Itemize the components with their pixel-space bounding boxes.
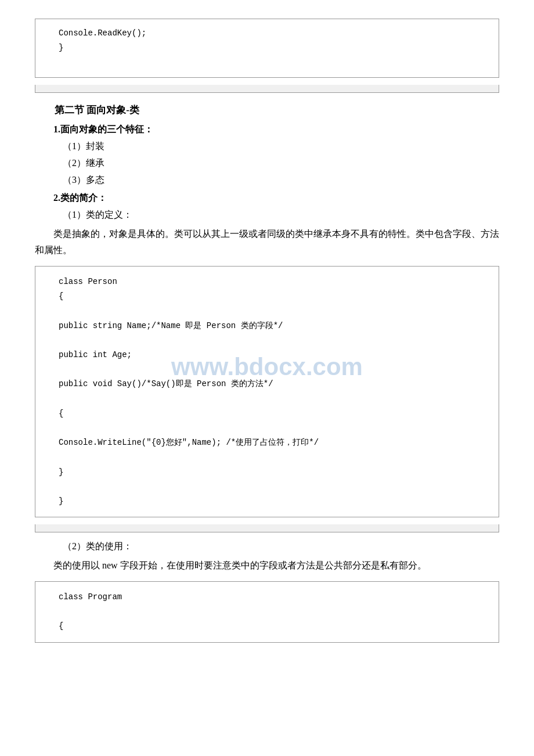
code-block-footer bbox=[35, 85, 499, 93]
code-line bbox=[59, 392, 487, 406]
section2-title: 第二节 面向对象-类 bbox=[35, 103, 499, 117]
class-use-para: 类的使用以 new 字段开始，在使用时要注意类中的字段或者方法是公共部分还是私有… bbox=[35, 557, 499, 574]
code-line bbox=[59, 480, 487, 494]
feature-1: （1）封装 bbox=[35, 141, 499, 153]
code-line: { bbox=[59, 406, 487, 421]
class-use-title: （2）类的使用： bbox=[35, 541, 499, 553]
code-line: class Person bbox=[59, 275, 487, 289]
code-line bbox=[59, 421, 487, 435]
code-line: public string Name;/*Name 即是 Person 类的字段… bbox=[59, 319, 487, 333]
code-line: class Program bbox=[59, 590, 487, 604]
code-line: Console.WriteLine("{0}您好",Name); /*使用了占位… bbox=[59, 435, 487, 450]
code-line: public void Say()/*Say()即是 Person 类的方法*/ bbox=[59, 377, 487, 391]
item1-title: 1.面向对象的三个特征： bbox=[35, 124, 499, 136]
code-line: { bbox=[59, 619, 487, 633]
class-def-title: （1）类的定义： bbox=[35, 209, 499, 221]
code-line bbox=[59, 55, 487, 70]
code-block-person: www.bdocx.com class Person { public stri… bbox=[35, 266, 499, 517]
code-line: } bbox=[59, 41, 487, 55]
code-block-program: class Program { bbox=[35, 581, 499, 643]
feature-2: （2）继承 bbox=[35, 157, 499, 170]
code-line bbox=[59, 304, 487, 319]
feature-3: （3）多态 bbox=[35, 174, 499, 186]
top-code-block: Console.ReadKey(); } bbox=[35, 19, 499, 78]
code-line bbox=[59, 362, 487, 377]
code-line: public int Age; bbox=[59, 348, 487, 362]
code-line: } bbox=[59, 465, 487, 480]
code-line bbox=[59, 604, 487, 619]
code-block-person-footer bbox=[35, 524, 499, 532]
code-line: Console.ReadKey(); bbox=[59, 26, 487, 41]
item2-title: 2.类的简介： bbox=[35, 192, 499, 204]
code-line: { bbox=[59, 289, 487, 304]
page-container: Console.ReadKey(); } 第二节 面向对象-类 1.面向对象的三… bbox=[0, 0, 534, 756]
code-line bbox=[59, 333, 487, 348]
class-def-para: 类是抽象的，对象是具体的。类可以从其上一级或者同级的类中继承本身不具有的特性。类… bbox=[35, 226, 499, 260]
code-line: } bbox=[59, 494, 487, 509]
code-line bbox=[59, 450, 487, 465]
